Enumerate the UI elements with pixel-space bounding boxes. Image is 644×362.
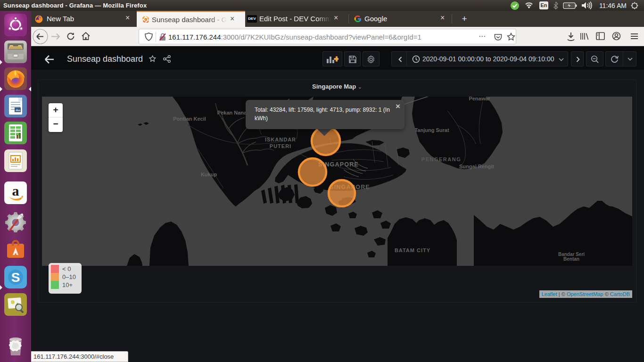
svg-text:Sungai Rengit: Sungai Rengit xyxy=(459,164,494,169)
svg-text:Pekan Nana: Pekan Nana xyxy=(217,110,247,115)
svg-text:Pontian Kecil: Pontian Kecil xyxy=(173,116,206,122)
svg-text:Bentan: Bentan xyxy=(563,256,579,262)
svg-text:S: S xyxy=(11,270,20,285)
svg-text:PENGERANG: PENGERANG xyxy=(421,156,461,162)
svg-text:PUTERI: PUTERI xyxy=(270,143,291,149)
svg-text:Penawar: Penawar xyxy=(469,97,490,101)
svg-text:Tanjung Surat: Tanjung Surat xyxy=(414,127,449,133)
svg-text:BATAM CITY: BATAM CITY xyxy=(395,247,430,253)
svg-text:a: a xyxy=(12,183,19,198)
svg-text:ISKANDAR: ISKANDAR xyxy=(265,137,296,142)
svg-text:Kukup: Kukup xyxy=(201,172,217,177)
